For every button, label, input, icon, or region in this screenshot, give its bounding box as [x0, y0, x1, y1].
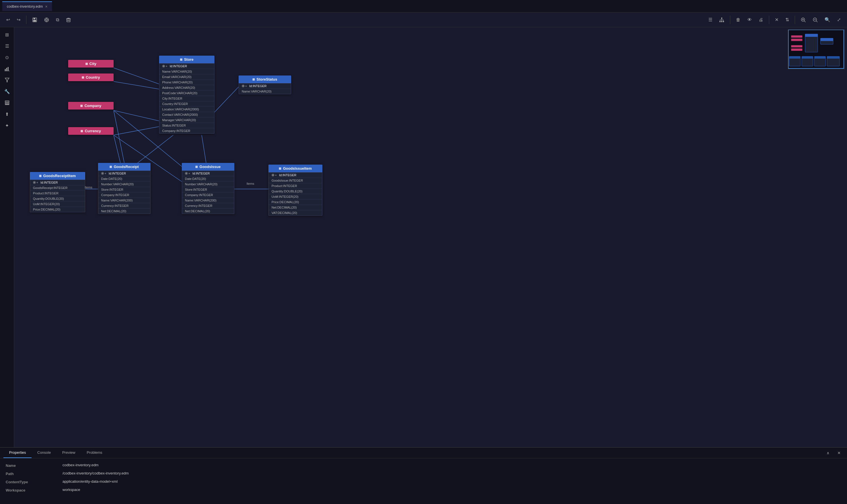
diagram-canvas[interactable]: City Country Company Currency: [14, 27, 847, 447]
svg-rect-15: [720, 21, 721, 22]
copy-button[interactable]: ⧉: [53, 16, 62, 24]
entity-currency-header: Currency: [68, 127, 114, 135]
prop-workspace-value: workspace: [63, 488, 841, 492]
delete-toolbar-button[interactable]: [63, 16, 74, 24]
sidebar-export-icon[interactable]: ⬆: [2, 109, 12, 119]
print-button[interactable]: 🖨: [756, 16, 766, 24]
search-button[interactable]: 🔍: [822, 15, 833, 24]
gi-row-currency: Currency:INTEGER: [182, 203, 234, 209]
entity-goodsreceiptitem-name: GoodsReceiptItem: [43, 174, 76, 178]
gr-row-net: Net:DECIMAL(20): [98, 209, 150, 214]
entity-store-body: + Id:INTEGER Name:VARCHAR(20) Email:VARC…: [159, 63, 214, 134]
entity-store[interactable]: Store + Id:INTEGER Name:VARCHAR(20) Emai…: [159, 56, 214, 134]
zoom-out-button[interactable]: [810, 16, 820, 24]
toolbar-sep-1: [26, 16, 27, 24]
sidebar-star-icon[interactable]: ✦: [2, 120, 12, 130]
gri-row-price: Price:DECIMAL(20): [30, 207, 85, 212]
gi-row-id: + Id:INTEGER: [182, 171, 234, 176]
entity-goodsreceipt[interactable]: GoodsReceipt + Id:INTEGER Date:DATE(20) …: [98, 163, 151, 214]
hierarchy-button[interactable]: [716, 16, 727, 24]
toolbar-right: ☰ 🗑 👁 🖨 ✕ ⇅ 🔍 ⤢: [706, 15, 844, 24]
svg-rect-14: [721, 18, 722, 19]
fit-button[interactable]: ⤢: [834, 15, 844, 24]
file-tab[interactable]: codbex-inventory.edm ×: [2, 1, 52, 11]
gr-row-number: Number:VARCHAR(20): [98, 182, 150, 187]
entity-goodsissueitem-name: GoodsIssueItem: [283, 166, 312, 170]
entity-storestatus-icon: [253, 78, 255, 80]
store-row-country: Country:INTEGER: [159, 101, 214, 107]
items-label-2: Items: [246, 182, 254, 185]
entity-company[interactable]: Company: [68, 102, 114, 110]
svg-rect-57: [820, 38, 833, 41]
gi-row-number: Number:VARCHAR(20): [182, 182, 234, 187]
entity-goodsissueitem-body: + Id:INTEGER GoodsIssue:INTEGER Product:…: [269, 172, 322, 216]
entity-goodsreceipt-name: GoodsReceipt: [114, 165, 139, 169]
store-row-postcode: PostCode:VARCHAR(20): [159, 91, 214, 96]
sidebar-layers-icon[interactable]: [2, 97, 12, 108]
gr-row-company: Company:INTEGER: [98, 193, 150, 198]
eye-button[interactable]: 👁: [744, 16, 755, 24]
svg-rect-50: [791, 35, 802, 38]
store-row-manager: Manager:VARCHAR(20): [159, 118, 214, 123]
svg-point-49: [272, 175, 274, 176]
bottom-panel: Properties Console Preview Problems ∧ ✕ …: [0, 447, 847, 504]
entity-goodsissueitem[interactable]: GoodsIssueItem + Id:INTEGER GoodsIssue:I…: [269, 165, 322, 216]
tab-console[interactable]: Console: [32, 448, 56, 458]
close-x-button[interactable]: ✕: [772, 15, 781, 24]
sidebar-wrench-icon[interactable]: 🔧: [2, 86, 12, 96]
svg-point-39: [163, 66, 164, 67]
panel-close-button[interactable]: ✕: [834, 449, 844, 457]
tab-problems[interactable]: Problems: [81, 448, 108, 458]
list-view-button[interactable]: ☰: [706, 15, 715, 24]
prop-contenttype-label: ContentType: [6, 479, 63, 484]
entity-company-header: Company: [68, 102, 114, 110]
toolbar-sep-2: [730, 16, 730, 24]
entity-city-header: City: [68, 60, 114, 68]
prop-path-label: Path: [6, 471, 63, 476]
entity-country[interactable]: Country: [68, 73, 114, 81]
entity-goodsissue[interactable]: GoodsIssue + Id:INTEGER Date:DATE(20) Nu…: [182, 163, 234, 214]
connections-svg: [14, 27, 847, 447]
svg-rect-1: [34, 18, 35, 19]
sidebar-filter-icon[interactable]: [2, 75, 12, 85]
sidebar-list-icon[interactable]: ☰: [2, 41, 12, 51]
svg-point-45: [102, 173, 103, 174]
entity-goodsreceiptitem[interactable]: GoodsReceiptItem + Id:INTEGER GoodsRecei…: [30, 172, 85, 212]
gi-row-net: Net:DECIMAL(20): [182, 209, 234, 214]
gr-row-date: Date:DATE(20): [98, 176, 150, 182]
sidebar-grid-icon[interactable]: ⊞: [2, 30, 12, 40]
store-row-company: Company:INTEGER: [159, 128, 214, 133]
entity-goodsreceiptitem-icon: [39, 175, 41, 177]
undo-button[interactable]: ↩: [3, 15, 13, 24]
zoom-in-button[interactable]: [798, 16, 809, 24]
svg-rect-2: [33, 20, 36, 22]
tab-properties[interactable]: Properties: [3, 448, 32, 458]
main-toolbar: ↩ ↪ ⧉ ☰ 🗑 👁 🖨 ✕ ⇅ 🔍 ⤢: [0, 13, 847, 27]
entity-storestatus-header: StoreStatus: [239, 75, 291, 83]
gii-row-price: Price:DECIMAL(20): [269, 199, 322, 205]
sidebar-chart-icon[interactable]: [2, 64, 12, 74]
entity-city[interactable]: City: [68, 60, 114, 68]
trash-button[interactable]: 🗑: [733, 16, 743, 24]
redo-button[interactable]: ↪: [14, 15, 23, 24]
arrows-button[interactable]: ⇅: [782, 15, 792, 24]
store-row-phone: Phone:VARCHAR(20): [159, 80, 214, 85]
svg-point-4: [46, 19, 48, 21]
tab-preview[interactable]: Preview: [56, 448, 81, 458]
gri-row-uom: UoM:INTEGER(20): [30, 201, 85, 207]
panel-collapse-button[interactable]: ∧: [824, 449, 832, 457]
target-button[interactable]: [41, 16, 52, 24]
storestatus-row-name: Name:VARCHAR(20): [239, 89, 291, 94]
tab-close-button[interactable]: ×: [45, 4, 48, 9]
entity-storestatus[interactable]: StoreStatus + Id:INTEGER Name:VARCHAR(20…: [239, 75, 291, 94]
store-row-id: + Id:INTEGER: [159, 64, 214, 69]
entity-store-icon: [180, 58, 183, 61]
sidebar-clock-icon[interactable]: ⊙: [2, 52, 12, 62]
gri-row-goodsreceipt: GoodsReceipt:INTEGER: [30, 185, 85, 191]
minimap-content: [788, 30, 844, 69]
save-button[interactable]: [29, 16, 40, 24]
bottom-tab-bar: Properties Console Preview Problems ∧ ✕: [0, 448, 847, 458]
entity-currency-name: Currency: [85, 129, 101, 133]
entity-currency[interactable]: Currency: [68, 127, 114, 135]
gii-row-vat: VAT:DECIMAL(20): [269, 210, 322, 215]
